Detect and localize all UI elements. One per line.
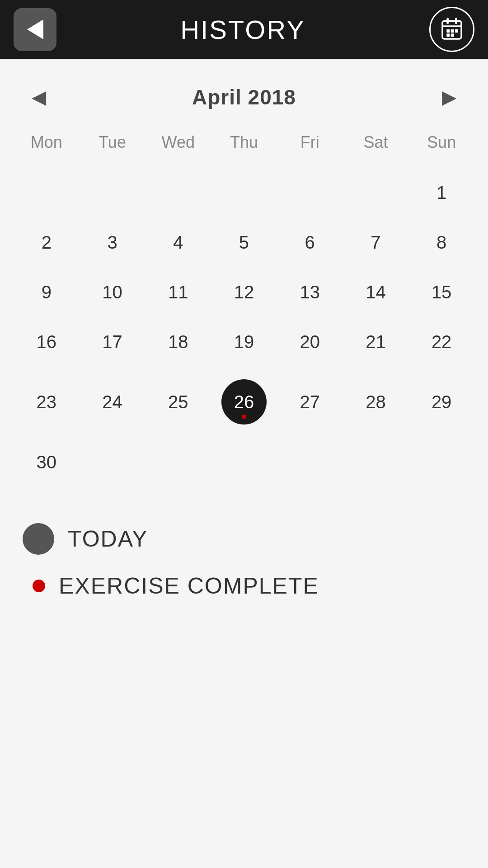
calendar-cell-empty: [14, 168, 80, 217]
day-header-wed: Wed: [145, 126, 211, 163]
legend: TODAY EXERCISE COMPLETE: [14, 514, 474, 599]
calendar-cell-day[interactable]: 22: [408, 317, 474, 367]
calendar-cell-day[interactable]: 4: [145, 217, 211, 267]
day-header-thu: Thu: [211, 126, 277, 163]
calendar-cell-day[interactable]: 14: [343, 267, 409, 317]
calendar-cell-empty: [211, 168, 277, 217]
calendar-cell-day[interactable]: 28: [343, 367, 409, 437]
calendar-cell-day[interactable]: 30: [14, 437, 80, 487]
calendar-cell-empty: [277, 168, 343, 217]
calendar-cell-day[interactable]: 24: [80, 367, 145, 437]
calendar-grid: 1234567891011121314151617181920212223242…: [14, 168, 474, 487]
calendar-cell-empty: [80, 437, 145, 487]
page-title: HISTORY: [180, 14, 305, 45]
legend-today-item: TODAY: [23, 523, 465, 555]
legend-exercise-item: EXERCISE COMPLETE: [23, 573, 465, 599]
calendar-cell-empty: [343, 437, 409, 487]
calendar-cell-day[interactable]: 29: [408, 367, 474, 437]
exercise-complete-dot: [242, 415, 246, 419]
calendar-cell-day[interactable]: 5: [211, 217, 277, 267]
calendar-cell-empty: [408, 437, 474, 487]
calendar-cell-day[interactable]: 19: [211, 317, 277, 367]
svg-rect-4: [446, 29, 450, 33]
calendar-cell-day[interactable]: 16: [14, 317, 80, 367]
header: HISTORY: [0, 0, 488, 59]
svg-rect-8: [451, 33, 454, 37]
calendar-cell-empty: [211, 437, 277, 487]
calendar-cell-empty: [343, 168, 409, 217]
day-header-fri: Fri: [277, 126, 343, 163]
month-title: April 2018: [192, 85, 296, 109]
calendar-cell-day[interactable]: 25: [145, 367, 211, 437]
calendar-cell-day[interactable]: 12: [211, 267, 277, 317]
calendar-cell-day[interactable]: 13: [277, 267, 343, 317]
day-header-sun: Sun: [408, 126, 474, 163]
days-of-week-header: Mon Tue Wed Thu Fri Sat Sun: [14, 126, 474, 163]
legend-exercise-dot: [33, 580, 45, 592]
calendar-cell-empty: [145, 437, 211, 487]
calendar-cell-day[interactable]: 17: [80, 317, 145, 367]
calendar-cell-empty: [80, 168, 145, 217]
calendar-cell-today[interactable]: 26: [211, 367, 277, 437]
calendar-cell-day[interactable]: 9: [14, 267, 80, 317]
calendar-cell-day[interactable]: 3: [80, 217, 145, 267]
calendar-icon: [439, 17, 465, 42]
calendar-cell-day[interactable]: 21: [343, 317, 409, 367]
legend-exercise-label: EXERCISE COMPLETE: [59, 573, 319, 599]
calendar-cell-day[interactable]: 1: [408, 168, 474, 217]
calendar-cell-empty: [145, 168, 211, 217]
svg-rect-7: [446, 33, 450, 37]
month-navigation: ◀ April 2018 ▶: [14, 72, 474, 126]
day-header-sat: Sat: [343, 126, 409, 163]
calendar-cell-empty: [277, 437, 343, 487]
calendar-cell-day[interactable]: 20: [277, 317, 343, 367]
day-header-tue: Tue: [80, 126, 145, 163]
next-month-button[interactable]: ▶: [433, 81, 465, 113]
back-arrow-icon: [27, 19, 43, 39]
svg-rect-5: [451, 29, 454, 33]
back-button[interactable]: [14, 8, 56, 51]
calendar-cell-day[interactable]: 7: [343, 217, 409, 267]
calendar-icon-button[interactable]: [429, 7, 474, 52]
calendar-cell-day[interactable]: 15: [408, 267, 474, 317]
calendar-container: ◀ April 2018 ▶ Mon Tue Wed Thu Fri Sat S…: [0, 59, 488, 868]
svg-rect-6: [455, 29, 458, 33]
calendar-cell-day[interactable]: 8: [408, 217, 474, 267]
prev-month-button[interactable]: ◀: [23, 81, 55, 113]
calendar-cell-day[interactable]: 11: [145, 267, 211, 317]
calendar-cell-day[interactable]: 6: [277, 217, 343, 267]
calendar-cell-day[interactable]: 27: [277, 367, 343, 437]
day-header-mon: Mon: [14, 126, 80, 163]
calendar-cell-day[interactable]: 2: [14, 217, 80, 267]
calendar-cell-day[interactable]: 10: [80, 267, 145, 317]
calendar-cell-day[interactable]: 23: [14, 367, 80, 437]
legend-today-dot: [23, 523, 54, 555]
legend-today-label: TODAY: [68, 526, 148, 552]
calendar-cell-day[interactable]: 18: [145, 317, 211, 367]
